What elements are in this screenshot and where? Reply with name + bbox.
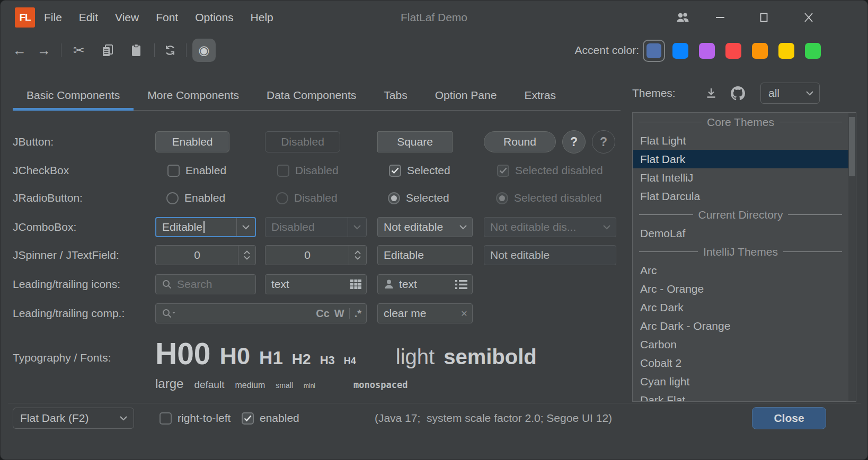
tab-more-components[interactable]: More Components [134, 80, 253, 110]
disabled-button: Disabled [265, 131, 340, 152]
accent-swatch-green[interactable] [805, 43, 821, 59]
accent-swatch-blue[interactable] [672, 43, 688, 59]
radio-circle [276, 192, 288, 204]
spinner-arrows[interactable] [238, 246, 255, 265]
minimize-button[interactable] [711, 8, 730, 27]
checkbox-selected[interactable]: Selected [389, 161, 450, 180]
regex-button[interactable]: .* [355, 308, 361, 320]
radio-selected[interactable]: Selected [388, 188, 449, 208]
tab-data-components[interactable]: Data Components [253, 80, 370, 110]
radio-circle [496, 192, 508, 204]
tab-option-pane[interactable]: Option Pane [421, 80, 511, 110]
spinner-value: 0 [194, 249, 206, 261]
combobox-not-editable[interactable]: Not editable [377, 217, 473, 237]
refresh-button[interactable] [158, 38, 182, 63]
show-hidden-toggle[interactable]: ◉ [192, 39, 216, 62]
maximize-button[interactable] [755, 8, 774, 27]
theme-item[interactable]: Flat Darcula [633, 187, 848, 205]
accent-swatch-yellow[interactable] [778, 43, 794, 59]
menu-file[interactable]: File [36, 1, 70, 34]
forward-button[interactable]: → [32, 38, 56, 63]
h00-sample: H00 [155, 336, 211, 371]
theme-item[interactable]: Arc Dark - Orange [633, 317, 848, 335]
theme-item[interactable]: Cobalt 2 [633, 354, 848, 372]
download-icon[interactable] [702, 84, 720, 102]
theme-item[interactable]: Cyan light [633, 372, 848, 391]
theme-item[interactable]: Arc [633, 261, 848, 279]
large-sample: large [155, 376, 183, 391]
back-button[interactable]: ← [8, 38, 31, 63]
accent-swatch-red[interactable] [725, 43, 741, 59]
theme-item[interactable]: Dark Flat [633, 391, 848, 402]
paste-button[interactable] [125, 38, 148, 63]
textfield-editable[interactable]: Editable [377, 245, 473, 265]
chevron-down-icon[interactable] [454, 218, 472, 237]
menubar: File Edit View Font Options Help [36, 1, 282, 34]
theme-item[interactable]: Arc Dark [633, 298, 848, 317]
round-button[interactable]: Round [484, 131, 556, 152]
themes-separator: Core Themes [633, 113, 848, 131]
themes-label: Themes: [632, 80, 676, 106]
help-button[interactable]: ? [562, 130, 586, 154]
users-icon[interactable] [674, 8, 693, 27]
toolbar-separator [186, 43, 187, 57]
menu-edit[interactable]: Edit [70, 1, 107, 34]
tab-tabs[interactable]: Tabs [370, 80, 421, 110]
close-window-button[interactable] [799, 8, 818, 27]
jradiobutton-row-label: JRadioButton: [13, 188, 149, 208]
whole-word-button[interactable]: W [334, 308, 344, 320]
theme-item[interactable]: Flat Light [633, 131, 848, 150]
match-case-button[interactable]: Cc [316, 308, 330, 320]
github-icon[interactable] [729, 84, 747, 102]
menu-options[interactable]: Options [187, 1, 242, 34]
cut-button[interactable]: ✂ [67, 38, 91, 63]
copy-button[interactable] [96, 38, 119, 63]
menu-view[interactable]: View [107, 1, 147, 34]
checkbox-box [160, 412, 172, 425]
enabled-checkbox[interactable]: enabled [242, 409, 299, 428]
accent-swatch-default-selected[interactable] [643, 40, 665, 62]
search-field-with-options[interactable]: Cc W .* [155, 303, 367, 323]
combobox-editable[interactable]: Editable [155, 217, 256, 237]
text-field-person-icon[interactable]: text [377, 274, 473, 294]
menu-font[interactable]: Font [147, 1, 187, 34]
jspinner-row-label: JSpinner / JTextField: [13, 245, 149, 265]
theme-item[interactable]: Flat IntelliJ [633, 168, 848, 187]
themes-filter-value: all [768, 87, 780, 100]
checkbox-enabled[interactable]: Enabled [167, 161, 226, 180]
theme-item[interactable]: Carbon [633, 335, 848, 354]
laf-selector-combobox[interactable]: Flat Dark (F2) [13, 408, 134, 429]
theme-item-selected[interactable]: Flat Dark [633, 150, 848, 168]
spinner-arrows[interactable] [349, 246, 366, 265]
theme-item[interactable]: Arc - Orange [633, 279, 848, 298]
search-field[interactable]: Search [155, 274, 256, 294]
checkbox-label: Selected [407, 164, 450, 177]
scrollbar-thumb[interactable] [849, 117, 855, 176]
menu-help[interactable]: Help [242, 1, 282, 34]
radio-enabled[interactable]: Enabled [166, 188, 225, 208]
spinner-field-1[interactable]: 0 [155, 245, 256, 265]
themes-filter-combobox[interactable]: all [760, 83, 820, 104]
clearable-field[interactable]: clear me × [377, 303, 473, 323]
themes-scrollbar[interactable] [848, 113, 856, 401]
clear-icon[interactable]: × [461, 307, 472, 320]
chevron-down-icon[interactable] [236, 218, 255, 236]
toolbar-separator [61, 43, 61, 57]
enabled-button[interactable]: Enabled [155, 131, 229, 152]
accent-swatch-orange[interactable] [752, 43, 768, 59]
semibold-weight-sample: semibold [444, 345, 537, 369]
close-button[interactable]: Close [752, 407, 826, 429]
spinner-field-2[interactable]: 0 [265, 245, 367, 265]
square-button[interactable]: Square [377, 131, 453, 152]
radio-label: Selected [406, 192, 449, 204]
small-sample: small [276, 381, 293, 390]
checkbox-box [389, 165, 401, 177]
text-field-table-icon[interactable]: text [265, 274, 367, 294]
theme-item[interactable]: DemoLaf [633, 224, 848, 242]
tab-extras[interactable]: Extras [510, 80, 570, 110]
right-to-left-checkbox[interactable]: right-to-left [160, 409, 231, 428]
table-icon [350, 279, 366, 289]
accent-swatch-purple[interactable] [699, 43, 715, 59]
checkbox-selected-disabled: Selected disabled [497, 161, 603, 180]
tab-basic-components[interactable]: Basic Components [13, 80, 134, 110]
